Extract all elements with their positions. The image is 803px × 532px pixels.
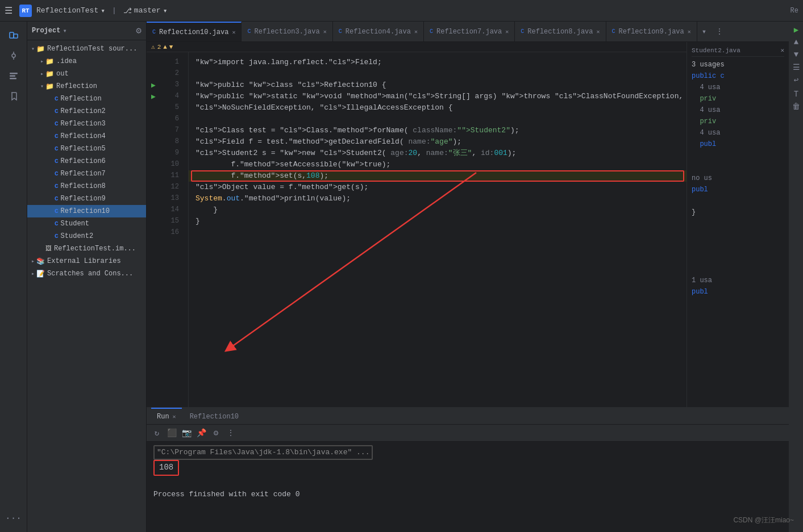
run-gutter-icon[interactable]: ▶ [151, 92, 156, 101]
sidebar-item-scratchesandcons...[interactable]: ▸📝Scratches and Cons... [27, 267, 146, 280]
branch-selector[interactable]: ⎇ master ▾ [123, 6, 168, 15]
list-icon[interactable]: ☰ [790, 61, 802, 73]
gutter-cell-1 [147, 57, 160, 68]
code-editor-wrapper: ▶▶ 12345678910111213141516 "kw">import j… [147, 52, 686, 407]
gutter-cell-10 [147, 159, 160, 170]
sidebar-item-reflection4[interactable]: CReflection4 [27, 130, 146, 143]
code-line-3[interactable]: "kw">public "kw">class "cls">Reflection1… [189, 79, 686, 91]
help-icon[interactable]: T [790, 89, 802, 100]
gutter-cell-4[interactable]: ▶ [147, 91, 160, 102]
right-panel-line-17 [692, 252, 784, 263]
tab-options-button[interactable]: ⋮ [711, 27, 728, 36]
tab-reflection10[interactable]: CReflection10.java✕ [147, 22, 242, 42]
sidebar-header: Project ▾ ⚙ [27, 22, 146, 40]
code-line-8[interactable]: "cls">Field f = test."method">getDeclare… [189, 136, 686, 148]
watermark: CSDN @汪汪miao~ [733, 516, 794, 525]
bookmark-icon[interactable] [5, 87, 23, 106]
more-icon[interactable]: ⋮ [225, 428, 236, 439]
tab-reflection9[interactable]: CReflection9.java✕ [606, 22, 697, 42]
down-icon[interactable]: ▼ [790, 49, 802, 60]
sidebar-item-reflection10[interactable]: CReflection10 [27, 205, 146, 217]
delete-icon[interactable]: 🗑 [790, 101, 802, 112]
tab-reflection4[interactable]: CReflection4.java✕ [333, 22, 424, 42]
sidebar-item-out[interactable]: ▸📁out [27, 68, 146, 80]
gutter-cell-5 [147, 102, 160, 114]
code-line-4[interactable]: "kw">public "kw">static "kw">void "metho… [189, 91, 686, 102]
code-line-15[interactable]: } [189, 216, 686, 227]
editor-area: CReflection10.java✕CReflection3.java✕CRe… [147, 22, 789, 532]
run-gutter-icon[interactable]: ▶ [151, 81, 156, 90]
sidebar-item-externallibraries[interactable]: ▸📚External Libraries [27, 255, 146, 267]
right-panel-line-16 [692, 241, 784, 252]
code-content[interactable]: "kw">import java.lang.reflect."cls">Fiel… [189, 52, 686, 407]
stop-icon[interactable]: ⬛ [166, 428, 177, 439]
code-line-9[interactable]: "cls">Student2 s = "kw">new "cls">Studen… [189, 148, 686, 159]
gutter-cell-3[interactable]: ▶ [147, 79, 160, 91]
line-numbers: 12345678910111213141516 [160, 52, 189, 407]
rerun-icon[interactable]: ↻ [151, 428, 163, 439]
right-panel-line-30 [692, 400, 784, 403]
code-line-11[interactable]: f."method">set(s,108); [189, 170, 686, 182]
svg-rect-7 [10, 78, 16, 79]
sidebar: Project ▾ ⚙ ▾📁ReflectionTest sour...▸📁.i… [27, 22, 147, 532]
sidebar-item-reflection2[interactable]: CReflection2 [27, 105, 146, 118]
sidebar-item-reflection8[interactable]: CReflection8 [27, 180, 146, 192]
right-panel-line-0: 3 usages [692, 59, 784, 70]
code-line-5[interactable]: "cls">NoSuchFieldException, "cls">Illega… [189, 102, 686, 114]
line-number-7: 7 [160, 125, 184, 136]
bottom-tab-reflection10[interactable]: Reflection10 [184, 408, 244, 425]
code-line-10[interactable]: f."method">setAccessible("kw">true); [189, 159, 686, 170]
sidebar-item-reflectiontest.im...[interactable]: 🖼ReflectionTest.im... [27, 242, 146, 255]
commit-icon[interactable] [5, 47, 23, 65]
code-line-14[interactable]: } [189, 204, 686, 216]
console-output: "C:\Program Files\Java\jdk-1.8\bin\java.… [147, 442, 789, 532]
code-line-12[interactable]: "cls">Object value = f."method">get(s); [189, 182, 686, 193]
code-line-6[interactable] [189, 114, 686, 125]
sidebar-item-student[interactable]: CStudent [27, 217, 146, 230]
right-panel-tab[interactable]: Student2.java ✕ [692, 47, 784, 57]
sidebar-item-reflection9[interactable]: CReflection9 [27, 192, 146, 205]
sidebar-item-reflection6[interactable]: CReflection6 [27, 155, 146, 167]
pin-icon[interactable]: 📌 [195, 428, 207, 439]
wrap-icon[interactable]: ↩ [790, 74, 802, 85]
right-panel-line-3: priv [692, 93, 784, 104]
tab-reflection8[interactable]: CReflection8.java✕ [515, 22, 606, 42]
sidebar-item-student2[interactable]: CStudent2 [27, 230, 146, 242]
line-number-8: 8 [160, 136, 184, 148]
sidebar-item-reflection7[interactable]: CReflection7 [27, 167, 146, 180]
line-number-13: 13 [160, 193, 184, 204]
line-number-14: 14 [160, 204, 184, 216]
sidebar-item-reflection5[interactable]: CReflection5 [27, 143, 146, 155]
run-icon-right[interactable]: ▶ [790, 24, 802, 35]
sidebar-item-reflection[interactable]: ▾📁Reflection [27, 80, 146, 93]
sidebar-item-.idea[interactable]: ▸📁.idea [27, 55, 146, 68]
sidebar-item-reflectiontestsour...[interactable]: ▾📁ReflectionTest sour... [27, 43, 146, 55]
structure-icon[interactable] [5, 67, 23, 85]
code-line-1[interactable]: "kw">import java.lang.reflect."cls">Fiel… [189, 57, 686, 68]
screenshot-icon[interactable]: 📷 [181, 428, 192, 439]
code-line-16[interactable] [189, 227, 686, 238]
hamburger-menu[interactable]: ☰ [5, 5, 13, 16]
gutter-cell-9 [147, 148, 160, 159]
right-vertical-toolbar: ▶ ▲ ▼ ☰ ↩ T 🗑 [789, 22, 803, 532]
code-line-2[interactable] [189, 68, 686, 79]
bottom-tab-run[interactable]: Run✕ [151, 408, 182, 425]
gutter: ▶▶ [147, 52, 160, 407]
project-title[interactable]: ReflectionTest ▾ [36, 6, 105, 15]
tab-reflection3[interactable]: CReflection3.java✕ [242, 22, 332, 42]
code-line-13[interactable]: System.out."method">println(value); [189, 193, 686, 204]
filter-icon[interactable]: ⚙ [210, 428, 222, 439]
sidebar-settings-icon[interactable]: ⚙ [136, 25, 142, 36]
right-panel-line-13: } [692, 207, 784, 218]
line-number-5: 5 [160, 102, 184, 114]
project-tool-icon[interactable] [5, 26, 23, 44]
sidebar-item-reflection[interactable]: CReflection [27, 93, 146, 105]
code-line-7[interactable]: "cls">Class test = "cls">Class."method">… [189, 125, 686, 136]
svg-point-2 [12, 54, 15, 57]
right-panel-line-9 [692, 161, 784, 173]
more-tools-icon[interactable]: ··· [5, 509, 23, 527]
up-icon[interactable]: ▲ [790, 36, 802, 48]
tab-reflection7[interactable]: CReflection7.java✕ [424, 22, 515, 42]
sidebar-item-reflection3[interactable]: CReflection3 [27, 118, 146, 130]
tab-more-button[interactable]: ▾ [697, 27, 711, 36]
